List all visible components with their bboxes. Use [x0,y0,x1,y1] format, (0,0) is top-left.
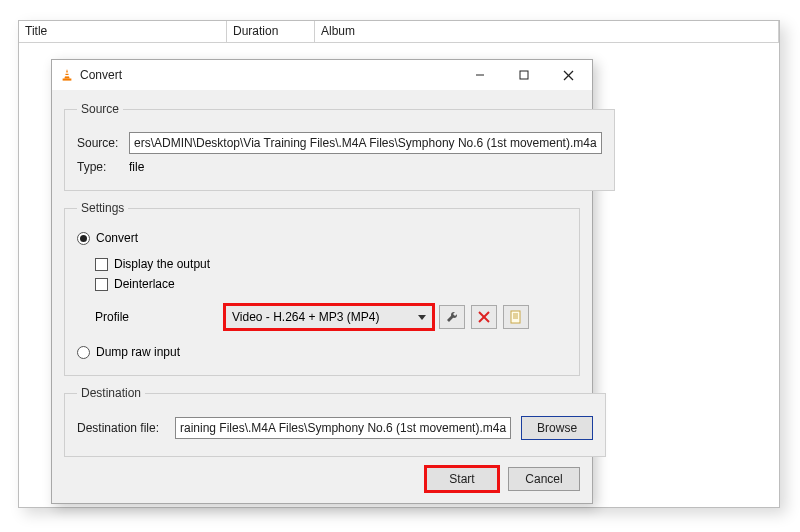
svg-rect-2 [65,75,70,76]
column-title[interactable]: Title [19,21,227,42]
source-input[interactable]: ers\ADMIN\Desktop\Via Training Files\.M4… [129,132,602,154]
dialog-title: Convert [80,68,458,82]
profile-value: Video - H.264 + MP3 (MP4) [232,310,380,324]
browse-button[interactable]: Browse [521,416,593,440]
source-group: Source Source: ers\ADMIN\Desktop\Via Tra… [64,102,615,191]
display-output-checkbox[interactable] [95,258,108,271]
start-button[interactable]: Start [426,467,498,491]
convert-radio[interactable] [77,232,90,245]
chevron-down-icon [418,315,426,320]
destination-label: Destination file: [77,421,175,435]
source-legend: Source [77,102,123,116]
profile-combobox[interactable]: Video - H.264 + MP3 (MP4) [225,305,433,329]
settings-group: Settings Convert Display the output Dein… [64,201,580,376]
destination-input[interactable]: raining Files\.M4A Files\Symphony No.6 (… [175,417,511,439]
dump-radio-label: Dump raw input [96,345,180,359]
titlebar: Convert [52,60,592,90]
deinterlace-label: Deinterlace [114,277,175,291]
dump-radio[interactable] [77,346,90,359]
x-icon [478,311,490,323]
wrench-icon [445,310,459,324]
main-window: Title Duration Album Convert [18,20,780,508]
new-document-icon [509,310,523,324]
maximize-button[interactable] [502,60,546,90]
edit-profile-button[interactable] [439,305,465,329]
deinterlace-checkbox[interactable] [95,278,108,291]
convert-radio-row[interactable]: Convert [77,231,567,245]
display-output-label: Display the output [114,257,210,271]
minimize-button[interactable] [458,60,502,90]
deinterlace-row[interactable]: Deinterlace [95,277,567,291]
playlist-table-header: Title Duration Album [19,21,779,43]
svg-rect-10 [511,311,520,323]
close-button[interactable] [546,60,590,90]
settings-legend: Settings [77,201,128,215]
svg-rect-3 [63,79,72,81]
svg-rect-1 [65,72,69,73]
convert-radio-label: Convert [96,231,138,245]
vlc-cone-icon [60,68,74,82]
profile-label: Profile [95,310,225,324]
dump-radio-row[interactable]: Dump raw input [77,345,567,359]
dialog-body: Source Source: ers\ADMIN\Desktop\Via Tra… [52,90,592,503]
column-duration[interactable]: Duration [227,21,315,42]
cancel-button[interactable]: Cancel [508,467,580,491]
destination-legend: Destination [77,386,145,400]
svg-rect-5 [520,71,528,79]
dialog-buttons: Start Cancel [64,467,580,491]
display-output-row[interactable]: Display the output [95,257,567,271]
new-profile-button[interactable] [503,305,529,329]
convert-dialog: Convert Source Source: ers\ADMIN\Desktop… [51,59,593,504]
column-album[interactable]: Album [315,21,779,42]
type-value: file [129,160,144,174]
destination-group: Destination Destination file: raining Fi… [64,386,606,457]
delete-profile-button[interactable] [471,305,497,329]
type-label: Type: [77,160,129,174]
source-label: Source: [77,136,129,150]
